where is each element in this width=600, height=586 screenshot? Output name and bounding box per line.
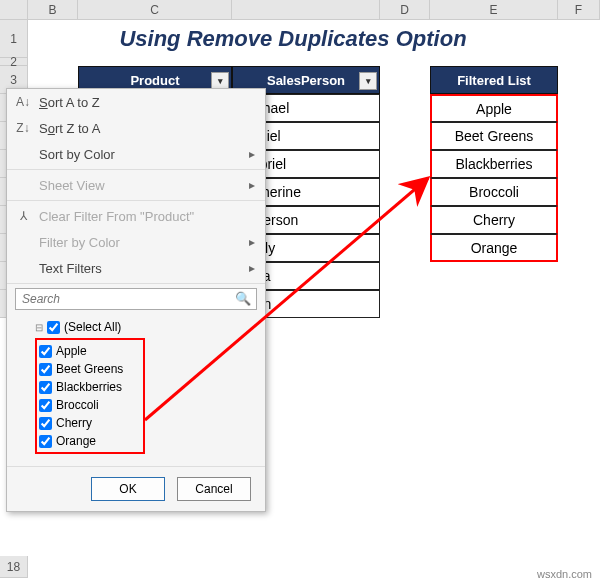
- row-head-2[interactable]: 2: [0, 58, 28, 66]
- row-head-1[interactable]: 1: [0, 20, 28, 58]
- filter-checklist: ⊟ (Select All) AppleBeet GreensBlackberr…: [31, 314, 257, 458]
- sheet-view-label: Sheet View: [39, 178, 105, 193]
- filter-item-label: Blackberries: [56, 380, 122, 394]
- filtered-cell[interactable]: Beet Greens: [430, 122, 558, 150]
- filter-item-label: Broccoli: [56, 398, 99, 412]
- cancel-button[interactable]: Cancel: [177, 477, 251, 501]
- filter-item-label: Apple: [56, 344, 87, 358]
- filter-menu: A↓ Sort A to Z Z↓ Sort Z to A Sort by Co…: [6, 88, 266, 512]
- header-filtered-label: Filtered List: [457, 73, 531, 88]
- sheet-view: Sheet View ▸: [7, 172, 265, 198]
- filter-item-row[interactable]: Beet Greens: [39, 360, 141, 378]
- header-product-label: Product: [130, 73, 179, 88]
- sort-az-icon: A↓: [15, 95, 31, 109]
- chevron-right-icon: ▸: [249, 261, 255, 275]
- sort-by-color-label: Sort by Color: [39, 147, 115, 162]
- text-filters-label: Text Filters: [39, 261, 102, 276]
- filtered-cell[interactable]: Apple: [430, 94, 558, 122]
- filter-item-checkbox[interactable]: [39, 381, 52, 394]
- filter-dropdown-salesperson[interactable]: ▾: [359, 72, 377, 90]
- filter-by-color-label: Filter by Color: [39, 235, 120, 250]
- filter-item-checkbox[interactable]: [39, 399, 52, 412]
- select-all-label: (Select All): [64, 320, 121, 334]
- filtered-cell[interactable]: Broccoli: [430, 178, 558, 206]
- col-head-B[interactable]: B: [28, 0, 78, 19]
- filtered-cell[interactable]: Blackberries: [430, 150, 558, 178]
- row-head-18[interactable]: 18: [0, 556, 28, 578]
- filter-item-label: Beet Greens: [56, 362, 123, 376]
- sort-za-icon: Z↓: [15, 121, 31, 135]
- text-filters[interactable]: Text Filters ▸: [7, 255, 265, 281]
- chevron-right-icon: ▸: [249, 178, 255, 192]
- col-head-F[interactable]: F: [558, 0, 600, 19]
- filter-item-label: Orange: [56, 434, 96, 448]
- filter-items-box: AppleBeet GreensBlackberriesBroccoliCher…: [35, 338, 145, 454]
- filter-item-checkbox[interactable]: [39, 345, 52, 358]
- filter-item-checkbox[interactable]: [39, 435, 52, 448]
- clear-filter-icon: ⅄: [15, 209, 31, 223]
- clear-filter: ⅄ Clear Filter From "Product": [7, 203, 265, 229]
- filter-item-row[interactable]: Broccoli: [39, 396, 141, 414]
- filter-item-row[interactable]: Blackberries: [39, 378, 141, 396]
- filter-item-row[interactable]: Apple: [39, 342, 141, 360]
- col-head-spacer: [232, 0, 380, 19]
- ok-button[interactable]: OK: [91, 477, 165, 501]
- col-head-E[interactable]: E: [430, 0, 558, 19]
- watermark: wsxdn.com: [537, 568, 592, 580]
- col-head-C[interactable]: C: [78, 0, 232, 19]
- sheet-title: Using Remove Duplicates Option: [28, 20, 558, 58]
- filter-item-row[interactable]: Cherry: [39, 414, 141, 432]
- filter-item-row[interactable]: Orange: [39, 432, 141, 450]
- column-header-row: B C D E F: [0, 0, 600, 20]
- clear-filter-label: Clear Filter From "Product": [39, 209, 194, 224]
- header-filtered: Filtered List: [430, 66, 558, 94]
- filtered-cell[interactable]: Cherry: [430, 206, 558, 234]
- filter-item-checkbox[interactable]: [39, 417, 52, 430]
- select-all-row[interactable]: ⊟ (Select All): [35, 318, 253, 336]
- filter-item-checkbox[interactable]: [39, 363, 52, 376]
- filter-item-label: Cherry: [56, 416, 92, 430]
- search-icon: 🔍: [235, 291, 251, 306]
- chevron-right-icon: ▸: [249, 235, 255, 249]
- sort-by-color[interactable]: Sort by Color ▸: [7, 141, 265, 167]
- header-salesperson-label: SalesPerson: [267, 73, 345, 88]
- filtered-cell[interactable]: Orange: [430, 234, 558, 262]
- filter-by-color: Filter by Color ▸: [7, 229, 265, 255]
- select-all-corner[interactable]: [0, 0, 28, 19]
- sort-za[interactable]: Z↓ Sort Z to A: [7, 115, 265, 141]
- col-head-D[interactable]: D: [380, 0, 430, 19]
- chevron-right-icon: ▸: [249, 147, 255, 161]
- select-all-checkbox[interactable]: [47, 321, 60, 334]
- sort-az[interactable]: A↓ Sort A to Z: [7, 89, 265, 115]
- filter-search-input[interactable]: [15, 288, 257, 310]
